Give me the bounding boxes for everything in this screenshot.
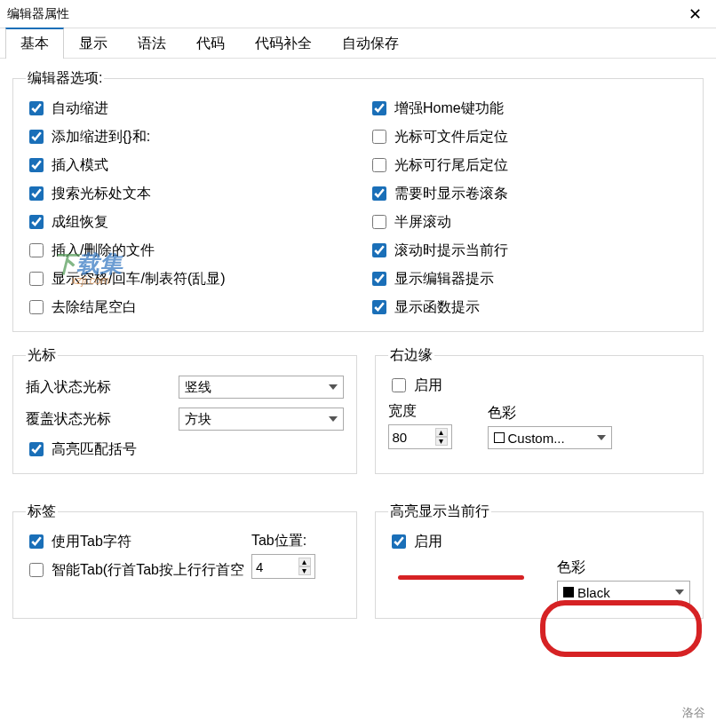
highlight-color-combo[interactable]: Black xyxy=(557,581,690,604)
spin-down-icon[interactable]: ▾ xyxy=(435,437,448,446)
insert-cursor-label: 插入状态光标 xyxy=(26,378,168,397)
checkbox[interactable] xyxy=(29,158,44,172)
tab-autosave[interactable]: 自动保存 xyxy=(327,28,414,59)
chk-scroll-hint[interactable]: 滚动时提示当前行 xyxy=(369,241,690,260)
editor-options-group: 编辑器选项: 自动缩进 添加缩进到{}和: 插入模式 搜索光标处文本 成组恢复 … xyxy=(12,69,704,332)
checkbox[interactable] xyxy=(372,130,386,144)
tab-syntax[interactable]: 语法 xyxy=(123,28,181,59)
checkbox[interactable] xyxy=(372,215,386,229)
chk-smart-tab[interactable]: 智能Tab(行首Tab按上行行首空 xyxy=(26,560,244,580)
highlight-color-label: 色彩 xyxy=(557,558,690,577)
options-right-column: 增强Home键功能 光标可文件后定位 光标可行尾后定位 需要时显示卷滚条 半屏滚… xyxy=(369,99,690,317)
chk-trim-trailing[interactable]: 去除结尾空白 xyxy=(26,297,347,317)
checkbox[interactable] xyxy=(29,300,44,314)
highlight-legend: 高亮显示当前行 xyxy=(388,502,491,521)
chk-half-page-scroll[interactable]: 半屏滚动 xyxy=(369,212,690,232)
tab-group: 标签 使用Tab字符 智能Tab(行首Tab按上行行首空 Tab位置: 4 ▴▾ xyxy=(12,502,357,619)
tab-pos-spinner[interactable]: 4 ▴▾ xyxy=(251,554,315,579)
right-edge-legend: 右边缘 xyxy=(388,346,434,365)
chk-highlight-enable[interactable]: 启用 xyxy=(388,532,690,551)
color-swatch-icon xyxy=(494,432,505,443)
tab-bar: 基本 显示 语法 代码 代码补全 自动保存 xyxy=(0,28,716,59)
cursor-group: 光标 插入状态光标 竖线 覆盖状态光标 方块 高亮匹配括号 xyxy=(12,346,357,474)
tab-completion[interactable]: 代码补全 xyxy=(240,28,327,59)
width-spinner[interactable]: 80 ▴▾ xyxy=(388,424,452,449)
width-label: 宽度 xyxy=(388,402,452,421)
chk-add-indent[interactable]: 添加缩进到{}和: xyxy=(26,127,347,146)
titlebar: 编辑器属性 ✕ xyxy=(0,0,716,28)
chk-insert-mode[interactable]: 插入模式 xyxy=(26,155,347,175)
tab-display[interactable]: 显示 xyxy=(64,28,123,59)
checkbox[interactable] xyxy=(29,101,44,115)
checkbox[interactable] xyxy=(392,378,406,392)
tab-pos-label: Tab位置: xyxy=(251,532,315,550)
content-area: 编辑器选项: 自动缩进 添加缩进到{}和: 插入模式 搜索光标处文本 成组恢复 … xyxy=(0,59,716,644)
spin-down-icon[interactable]: ▾ xyxy=(298,566,311,575)
color-swatch-icon xyxy=(563,587,574,597)
checkbox[interactable] xyxy=(372,101,386,115)
checkbox[interactable] xyxy=(392,534,406,549)
checkbox[interactable] xyxy=(372,243,386,257)
chk-cursor-past-eof[interactable]: 光标可文件后定位 xyxy=(369,127,690,146)
checkbox[interactable] xyxy=(29,215,44,229)
checkbox[interactable] xyxy=(372,300,386,314)
chk-right-edge-enable[interactable]: 启用 xyxy=(388,376,690,395)
tab-basic[interactable]: 基本 xyxy=(5,28,64,59)
checkbox[interactable] xyxy=(372,272,386,286)
checkbox[interactable] xyxy=(372,186,386,201)
checkbox[interactable] xyxy=(29,272,44,286)
chk-search-cursor[interactable]: 搜索光标处文本 xyxy=(26,184,347,203)
edge-color-combo[interactable]: Custom... xyxy=(488,426,612,449)
checkbox[interactable] xyxy=(372,158,386,172)
insert-cursor-combo[interactable]: 竖线 xyxy=(179,376,344,399)
checkbox[interactable] xyxy=(29,534,44,549)
tab-code[interactable]: 代码 xyxy=(181,28,240,59)
cursor-legend: 光标 xyxy=(26,346,58,365)
chk-scrollbars[interactable]: 需要时显示卷滚条 xyxy=(369,184,690,203)
chk-show-whitespace[interactable]: 显示空格/回车/制表符(乱显) xyxy=(26,269,347,289)
overwrite-cursor-combo[interactable]: 方块 xyxy=(179,408,344,431)
chk-group-undo[interactable]: 成组恢复 xyxy=(26,212,347,232)
chk-use-tab[interactable]: 使用Tab字符 xyxy=(26,532,244,551)
right-edge-group: 右边缘 启用 宽度 80 ▴▾ 色彩 Custom... xyxy=(375,346,704,474)
checkbox[interactable] xyxy=(29,442,44,456)
editor-options-legend: 编辑器选项: xyxy=(26,69,104,88)
window-title: 编辑器属性 xyxy=(7,6,69,22)
chk-cursor-past-eol[interactable]: 光标可行尾后定位 xyxy=(369,155,690,175)
chk-function-hints[interactable]: 显示函数提示 xyxy=(369,297,690,317)
highlight-group: 高亮显示当前行 启用 色彩 Black xyxy=(375,502,704,619)
chk-home-enhanced[interactable]: 增强Home键功能 xyxy=(369,99,690,118)
overwrite-cursor-label: 覆盖状态光标 xyxy=(26,410,168,429)
chk-bracket-highlight[interactable]: 高亮匹配括号 xyxy=(26,439,344,459)
options-left-column: 自动缩进 添加缩进到{}和: 插入模式 搜索光标处文本 成组恢复 插入/删除的文… xyxy=(26,99,347,317)
chk-insert-files[interactable]: 插入/删除的文件 xyxy=(26,241,347,260)
checkbox[interactable] xyxy=(29,243,44,257)
tab-legend: 标签 xyxy=(26,502,58,521)
watermark-corner: 洛谷 xyxy=(682,705,705,721)
checkbox[interactable] xyxy=(29,186,44,201)
chk-editor-hints[interactable]: 显示编辑器提示 xyxy=(369,269,690,289)
close-icon[interactable]: ✕ xyxy=(681,4,709,24)
edge-color-label: 色彩 xyxy=(488,404,612,423)
checkbox[interactable] xyxy=(29,563,44,577)
checkbox[interactable] xyxy=(29,130,44,144)
chk-auto-indent[interactable]: 自动缩进 xyxy=(26,99,347,118)
